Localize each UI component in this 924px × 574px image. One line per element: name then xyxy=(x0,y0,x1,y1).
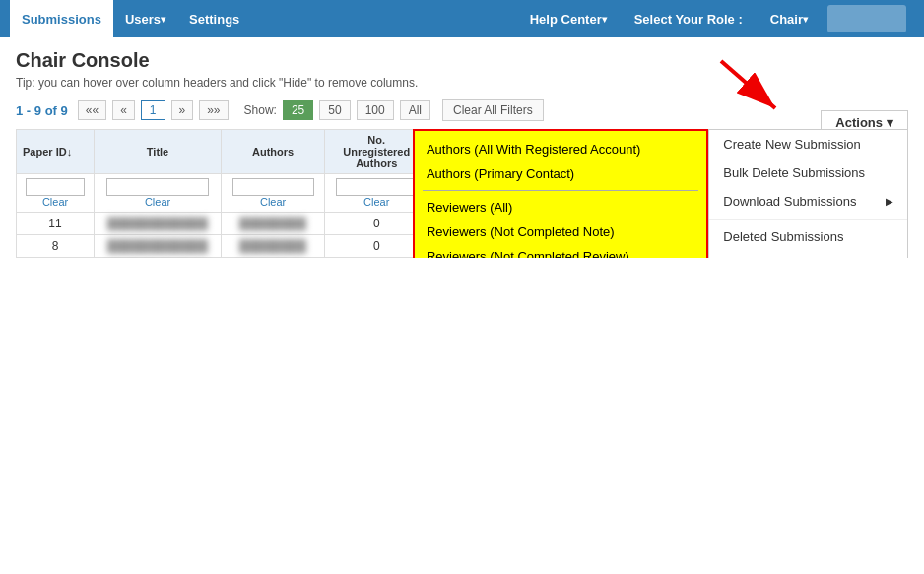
pagination-bar: 1 - 9 of 9 «« « 1 » »» Show: 25 50 100 A… xyxy=(16,99,908,121)
email-submenu: Authors (All With Registered Account) Au… xyxy=(413,129,708,258)
nav-settings[interactable]: Settings xyxy=(177,0,251,37)
actions-dropdown-menu: Authors (All With Registered Account) Au… xyxy=(413,129,908,258)
nav-help-center[interactable]: Help Center xyxy=(518,0,619,37)
cell-authors-2: ████████ xyxy=(222,235,325,258)
show-100-btn[interactable]: 100 xyxy=(357,100,394,120)
clear-unreg[interactable]: Clear xyxy=(331,196,422,208)
next-page-btn[interactable]: » xyxy=(171,100,194,120)
filter-paper-id[interactable] xyxy=(26,178,84,196)
col-paper-id[interactable]: Paper ID↓ xyxy=(17,130,95,174)
email-reviewers-not-note[interactable]: Reviewers (Not Completed Note) xyxy=(415,220,706,244)
clear-paper-id[interactable]: Clear xyxy=(23,196,88,208)
cell-title-1: ████████████ xyxy=(95,213,222,235)
actions-dropdown-arrow: ▾ xyxy=(887,115,893,130)
menu-deleted[interactable]: Deleted Submissions xyxy=(709,223,907,251)
filter-title[interactable] xyxy=(106,178,209,196)
col-title[interactable]: Title xyxy=(95,130,222,174)
menu-create-submission[interactable]: Create New Submission xyxy=(709,130,907,159)
current-page: 1 xyxy=(141,100,165,120)
filter-unreg[interactable] xyxy=(336,178,418,196)
table-wrapper: Authors (All With Registered Account) Au… xyxy=(16,129,908,258)
show-25-btn[interactable]: 25 xyxy=(283,100,313,120)
menu-download[interactable]: Download Submissions ▶ xyxy=(709,187,907,216)
page-tip: Tip: you can hover over column headers a… xyxy=(16,76,908,90)
prev-page-btn[interactable]: « xyxy=(112,100,135,120)
page-content: Chair Console Tip: you can hover over co… xyxy=(0,37,924,574)
menu-activities[interactable]: Submission Activities xyxy=(709,251,907,258)
divider-1 xyxy=(709,219,907,220)
last-page-btn[interactable]: »» xyxy=(199,100,228,120)
download-arrow: ▶ xyxy=(886,196,893,207)
nav-submissions[interactable]: Submissions xyxy=(10,0,113,37)
top-navigation: Submissions Users Settings Help Center S… xyxy=(0,0,924,37)
show-label: Show: xyxy=(244,103,277,117)
first-page-btn[interactable]: «« xyxy=(78,100,106,120)
nav-select-role-label: Select Your Role : xyxy=(623,0,755,37)
actions-menu: Create New Submission Bulk Delete Submis… xyxy=(708,129,908,258)
email-authors-primary[interactable]: Authors (Primary Contact) xyxy=(415,161,706,186)
page-range: 1 - 9 of 9 xyxy=(16,103,68,118)
filter-authors[interactable] xyxy=(232,178,314,196)
cell-title-2: ████████████ xyxy=(95,235,222,258)
col-authors[interactable]: Authors xyxy=(222,130,325,174)
nav-role-chair[interactable]: Chair xyxy=(759,0,820,37)
email-reviewers-all[interactable]: Reviewers (All) xyxy=(415,195,706,220)
cell-paper-id-2: 8 xyxy=(17,235,95,258)
clear-all-filters-btn[interactable]: Clear All Filters xyxy=(442,99,544,121)
clear-authors[interactable]: Clear xyxy=(228,196,318,208)
show-50-btn[interactable]: 50 xyxy=(319,100,350,120)
clear-title[interactable]: Clear xyxy=(100,196,215,208)
cell-authors-1: ████████ xyxy=(222,213,325,235)
nav-users[interactable]: Users xyxy=(113,0,177,37)
email-divider-1 xyxy=(423,190,698,191)
menu-bulk-delete[interactable]: Bulk Delete Submissions xyxy=(709,159,907,187)
cell-paper-id-1: 11 xyxy=(17,213,95,235)
email-authors-all[interactable]: Authors (All With Registered Account) xyxy=(415,137,706,161)
email-reviewers-not-review[interactable]: Reviewers (Not Completed Review) xyxy=(415,244,706,258)
show-all-btn[interactable]: All xyxy=(400,100,430,120)
page-title: Chair Console xyxy=(16,49,908,72)
